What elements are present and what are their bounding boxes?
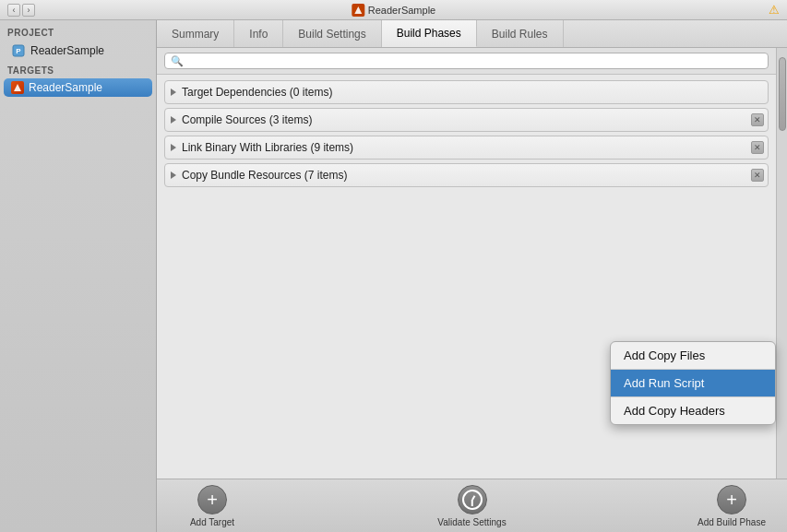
target-icon bbox=[11, 81, 24, 94]
expand-icon bbox=[171, 171, 176, 179]
phase-close-button[interactable]: ✕ bbox=[751, 141, 764, 154]
nav-controls[interactable]: ‹ › bbox=[7, 4, 35, 17]
svg-text:P: P bbox=[16, 47, 21, 55]
main-area: PROJECT P ReaderSample TARGETS ReaderSam… bbox=[0, 20, 787, 532]
scrollbar-thumb[interactable] bbox=[779, 57, 786, 131]
content-pane: Summary Info Build Settings Build Phases… bbox=[157, 20, 787, 532]
clock-minute-hand bbox=[471, 500, 473, 506]
nav-forward-button[interactable]: › bbox=[22, 4, 35, 17]
add-target-button[interactable]: + Add Target bbox=[175, 485, 249, 527]
search-input[interactable] bbox=[186, 55, 762, 66]
phase-label: Compile Sources (3 items) bbox=[182, 113, 312, 126]
bottom-toolbar: + Add Target Validate Settings + Add Bui… bbox=[157, 479, 787, 532]
expand-icon bbox=[171, 144, 176, 151]
app-icon bbox=[352, 4, 364, 17]
dropdown-item-add-run-script[interactable]: Add Run Script bbox=[611, 370, 775, 396]
phase-row-copy-bundle[interactable]: Copy Bundle Resources (7 items) ✕ bbox=[164, 163, 769, 187]
phase-close-button[interactable]: ✕ bbox=[751, 169, 764, 182]
nav-back-button[interactable]: ‹ bbox=[7, 4, 20, 17]
window-title-text: ReaderSample bbox=[368, 5, 435, 16]
tab-bar: Summary Info Build Settings Build Phases… bbox=[157, 20, 787, 48]
dropdown-item-add-copy-files[interactable]: Add Copy Files bbox=[611, 342, 775, 369]
expand-icon bbox=[171, 89, 176, 96]
sidebar-project-name: ReaderSample bbox=[30, 44, 104, 57]
validate-icon bbox=[458, 485, 487, 514]
sidebar-item-target[interactable]: ReaderSample bbox=[4, 78, 152, 97]
title-bar: ‹ › ReaderSample ⚠ bbox=[0, 0, 787, 20]
svg-marker-0 bbox=[354, 6, 362, 14]
tab-build-phases[interactable]: Build Phases bbox=[382, 20, 477, 47]
svg-marker-3 bbox=[14, 84, 21, 91]
sidebar-project-label: PROJECT bbox=[0, 24, 156, 40]
phase-label: Copy Bundle Resources (7 items) bbox=[182, 169, 347, 182]
tab-build-rules[interactable]: Build Rules bbox=[477, 20, 564, 47]
search-bar: 🔍 bbox=[157, 48, 776, 75]
search-icon: 🔍 bbox=[171, 55, 184, 67]
phase-row-target-dependencies[interactable]: Target Dependencies (0 items) bbox=[164, 80, 769, 104]
add-build-phase-label: Add Build Phase bbox=[698, 517, 766, 527]
tab-summary[interactable]: Summary bbox=[157, 20, 234, 47]
add-build-phase-button[interactable]: + Add Build Phase bbox=[695, 485, 769, 527]
search-wrapper[interactable]: 🔍 bbox=[164, 53, 769, 69]
clock-face bbox=[462, 490, 483, 510]
warning-icon: ⚠ bbox=[769, 3, 780, 17]
content-scroll-area: 🔍 Target Dependencies (0 items) Compile … bbox=[157, 48, 787, 479]
add-target-label: Add Target bbox=[190, 517, 234, 527]
phase-close-button[interactable]: ✕ bbox=[751, 113, 764, 126]
sidebar-targets-label: TARGETS bbox=[0, 62, 156, 77]
content-pane-inner: 🔍 Target Dependencies (0 items) Compile … bbox=[157, 48, 776, 479]
sidebar-item-project[interactable]: P ReaderSample bbox=[4, 41, 152, 61]
phase-row-compile-sources[interactable]: Compile Sources (3 items) ✕ bbox=[164, 108, 769, 132]
add-build-phase-icon: + bbox=[717, 485, 746, 514]
phase-label: Link Binary With Libraries (9 items) bbox=[182, 141, 353, 154]
validate-settings-button[interactable]: Validate Settings bbox=[435, 485, 509, 527]
project-icon: P bbox=[11, 43, 26, 58]
dropdown-menu: Add Copy Files Add Run Script Add Copy H… bbox=[610, 341, 776, 425]
window-title: ReaderSample bbox=[352, 4, 435, 17]
tab-build-settings[interactable]: Build Settings bbox=[283, 20, 381, 47]
validate-settings-label: Validate Settings bbox=[437, 517, 506, 527]
dropdown-item-add-copy-headers[interactable]: Add Copy Headers bbox=[611, 397, 775, 424]
add-target-icon: + bbox=[197, 485, 227, 514]
sidebar-target-name: ReaderSample bbox=[29, 81, 102, 94]
tab-info[interactable]: Info bbox=[234, 20, 283, 47]
sidebar: PROJECT P ReaderSample TARGETS ReaderSam… bbox=[0, 20, 157, 532]
title-bar-right: ⚠ bbox=[769, 3, 780, 17]
scrollbar-track[interactable] bbox=[776, 48, 787, 479]
phase-label: Target Dependencies (0 items) bbox=[182, 86, 332, 99]
expand-icon bbox=[171, 116, 176, 124]
phase-row-link-binary[interactable]: Link Binary With Libraries (9 items) ✕ bbox=[164, 136, 769, 160]
